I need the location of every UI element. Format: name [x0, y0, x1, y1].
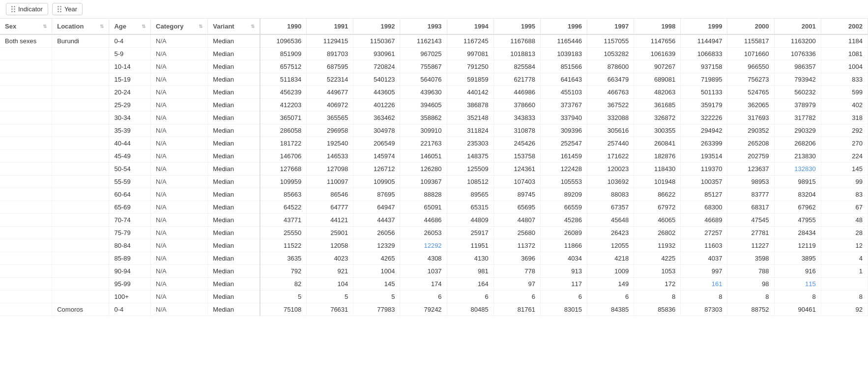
table-row: 55-59N/AMedian10995911009710990510936710… [0, 175, 868, 188]
cell-year-2: 5 [353, 291, 400, 303]
cell-year-12: 1081 [821, 48, 868, 60]
cell-year-0: 109959 [260, 175, 307, 188]
th-year-1995[interactable]: 1995 [493, 19, 540, 34]
cell-year-6: 252547 [540, 137, 587, 150]
th-year-1996[interactable]: 1996 [540, 19, 587, 34]
indicator-button[interactable]: Indicator [6, 3, 48, 15]
th-year-1993[interactable]: 1993 [400, 19, 447, 34]
th-location[interactable]: Location ⇅ [52, 19, 109, 34]
th-year-2001[interactable]: 2001 [774, 19, 821, 34]
cell-year-7: 4218 [587, 252, 634, 265]
cell-year-11: 83204 [774, 188, 821, 201]
cell-year-8: 101948 [634, 175, 681, 188]
cell-year-3: 126280 [400, 163, 447, 175]
cell-year-7: 120023 [587, 163, 634, 175]
th-year-1991[interactable]: 1991 [307, 19, 353, 34]
cell-year-12: 28 [821, 227, 868, 239]
table-container[interactable]: Sex ⇅ Location ⇅ Age ⇅ [0, 19, 868, 380]
cell-fixed-category category-cell: N/A [151, 278, 208, 291]
cell-year-11: 268206 [774, 137, 821, 150]
cell-year-11: 8 [774, 291, 821, 303]
cell-fixed-variant: Median [208, 112, 260, 124]
cell-fixed-sex [0, 86, 52, 99]
cell-fixed-sex [0, 188, 52, 201]
sort-icon-age: ⇅ [142, 24, 145, 29]
th-variant[interactable]: Variant ⇅ [208, 19, 260, 34]
cell-year-3: 109367 [400, 175, 447, 188]
cell-fixed-sex: Both sexes [0, 34, 52, 48]
cell-fixed-variant: Median [208, 86, 260, 99]
cell-year-7: 257440 [587, 137, 634, 150]
th-year-1990[interactable]: 1990 [260, 19, 307, 34]
cell-year-0: 3635 [260, 252, 307, 265]
cell-fixed-variant: Median [208, 239, 260, 252]
cell-year-3: 967025 [400, 48, 447, 60]
cell-fixed-age: 10-14 [109, 60, 151, 73]
cell-fixed-category category-cell: N/A [151, 201, 208, 214]
year-button[interactable]: Year [52, 3, 83, 15]
cell-fixed-location [52, 86, 109, 99]
cell-fixed-sex [0, 60, 52, 73]
cell-year-7: 84385 [587, 303, 634, 316]
table-row: 65-69N/AMedian64522647776494765091653156… [0, 201, 868, 214]
cell-fixed-sex [0, 239, 52, 252]
cell-fixed-variant: Median [208, 99, 260, 112]
cell-year-0: 511834 [260, 73, 307, 86]
cell-year-7: 88083 [587, 188, 634, 201]
cell-fixed-category category-cell: N/A [151, 265, 208, 278]
cell-year-3: 44686 [400, 214, 447, 227]
cell-fixed-location [52, 73, 109, 86]
th-sex[interactable]: Sex ⇅ [0, 19, 52, 34]
cell-year-12: 1004 [821, 60, 868, 73]
th-year-1998[interactable]: 1998 [634, 19, 681, 34]
cell-fixed-variant: Median [208, 252, 260, 265]
cell-year-2: 145 [353, 278, 400, 291]
th-year-1999[interactable]: 1999 [681, 19, 727, 34]
cell-year-11: 213830 [774, 150, 821, 163]
cell-fixed-variant: Median [208, 227, 260, 239]
cell-fixed-category category-cell: N/A [151, 214, 208, 227]
cell-year-11: 90461 [774, 303, 821, 316]
cell-year-0: 1096536 [260, 34, 307, 48]
cell-year-1: 449677 [307, 86, 353, 99]
cell-year-8: 1147656 [634, 34, 681, 48]
th-year-1997[interactable]: 1997 [587, 19, 634, 34]
cell-fixed-category category-cell: N/A [151, 239, 208, 252]
cell-fixed-category category-cell: N/A [151, 150, 208, 163]
cell-year-7: 332088 [587, 112, 634, 124]
table-row: Both sexesBurundi0-4N/AMedian10965361129… [0, 34, 868, 48]
cell-year-10: 1071660 [727, 48, 774, 60]
cell-year-5: 378660 [493, 99, 540, 112]
cell-fixed-variant: Median [208, 60, 260, 73]
th-year-2000[interactable]: 2000 [727, 19, 774, 34]
cell-fixed-age: 60-64 [109, 188, 151, 201]
cell-year-10: 966550 [727, 60, 774, 73]
cell-fixed-category category-cell: N/A [151, 86, 208, 99]
cell-fixed-category category-cell: N/A [151, 99, 208, 112]
cell-year-2: 540123 [353, 73, 400, 86]
cell-year-2: 64947 [353, 201, 400, 214]
cell-fixed-variant: Median [208, 303, 260, 316]
cell-year-9: 161 [681, 278, 727, 291]
cell-year-9: 1144947 [681, 34, 727, 48]
th-year-1992[interactable]: 1992 [353, 19, 400, 34]
cell-year-12: 833 [821, 73, 868, 86]
cell-year-0: 851909 [260, 48, 307, 60]
th-year-1994[interactable]: 1994 [447, 19, 493, 34]
cell-year-6: 337940 [540, 112, 587, 124]
cell-year-6: 105553 [540, 175, 587, 188]
cell-year-9: 263399 [681, 137, 727, 150]
cell-year-2: 1004 [353, 265, 400, 278]
cell-year-1: 5 [307, 291, 353, 303]
cell-year-8: 8 [634, 291, 681, 303]
cell-year-2: 44437 [353, 214, 400, 227]
cell-year-9: 8 [681, 291, 727, 303]
cell-year-11: 47955 [774, 214, 821, 227]
th-year-2002[interactable]: 2002 [821, 19, 868, 34]
cell-year-11: 1163200 [774, 34, 821, 48]
cell-year-9: 68300 [681, 201, 727, 214]
th-category[interactable]: Category ⇅ [151, 19, 208, 34]
cell-year-10: 83777 [727, 188, 774, 201]
cell-fixed-location [52, 227, 109, 239]
th-age[interactable]: Age ⇅ [109, 19, 151, 34]
